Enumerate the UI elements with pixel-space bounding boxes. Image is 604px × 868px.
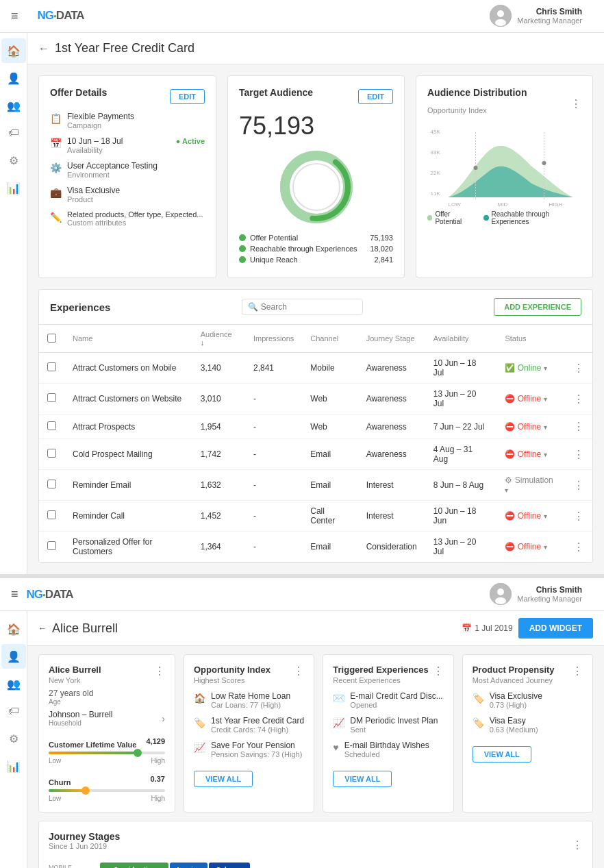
sidebar-settings-icon[interactable]: ⚙ <box>1 148 26 173</box>
row-checkbox-1[interactable] <box>47 393 56 402</box>
row-checkbox-2[interactable] <box>47 421 56 430</box>
opportunity-index-card: Opportunity Index Highest Scores ⋮ 🏠 Low… <box>184 654 314 813</box>
search-input[interactable] <box>261 302 357 312</box>
row-checkbox-3[interactable] <box>47 449 56 458</box>
sidebar2-person-icon[interactable]: 👤 <box>1 644 26 669</box>
row-name-5: Reminder Call <box>64 501 192 532</box>
clv-slider-thumb[interactable] <box>134 749 142 757</box>
churn-slider-fill <box>49 789 84 792</box>
row-avail-1: 13 Jun – 20 Jul <box>425 384 497 414</box>
person-age: 27 years old Age <box>49 689 165 706</box>
row-audience-5: 1,452 <box>192 501 245 532</box>
row-stage-3: Awareness <box>358 439 425 470</box>
legend-dot-1 <box>427 215 432 221</box>
sidebar2-chart-icon[interactable]: 📊 <box>1 754 26 778</box>
status-chevron-6[interactable]: ▾ <box>544 543 547 551</box>
prop-item-1: 🏷️ Visa Easy 0.63 (Medium) <box>473 716 583 734</box>
sidebar-chart-icon[interactable]: 📊 <box>1 175 26 200</box>
metric-val-1: 75,193 <box>370 234 393 242</box>
col-journey: Journey Stage <box>358 325 425 353</box>
row-channel-6: Email <box>302 532 357 562</box>
offer-custom-sub: Custom attributes <box>67 219 203 227</box>
row-more-5[interactable]: ⋮ <box>573 510 584 522</box>
household-arrow-icon[interactable]: › <box>162 713 165 724</box>
hamburger-icon-2[interactable]: ≡ <box>11 587 18 602</box>
opp-item-0: 🏠 Low Rate Home Loan Car Loans: 77 (High… <box>194 691 304 709</box>
sidebar-tag-icon[interactable]: 🏷 <box>1 121 26 145</box>
status-chevron-1[interactable]: ▾ <box>544 395 547 403</box>
experiences-section: Experiences 🔍 ADD EXPERIENCE Name <box>38 289 593 563</box>
person-more-icon[interactable]: ⋮ <box>154 665 165 678</box>
status-chevron-3[interactable]: ▾ <box>544 451 547 458</box>
target-number: 75,193 <box>239 112 393 140</box>
sidebar2-group-icon[interactable]: 👥 <box>1 671 26 696</box>
metric-val-2: 18,020 <box>370 245 393 253</box>
row-checkbox-0[interactable] <box>47 362 56 371</box>
prop-item-0-title: Visa Exclusive <box>490 691 542 701</box>
back-arrow-2[interactable]: ← <box>38 623 47 633</box>
status-chevron-2[interactable]: ▾ <box>544 423 547 431</box>
sidebar-group-icon[interactable]: 👥 <box>1 93 26 118</box>
row-stage-5: Interest <box>358 501 425 532</box>
table-row: Attract Customers on Mobile 3,140 2,841 … <box>39 353 592 384</box>
select-all-checkbox[interactable] <box>47 334 56 343</box>
profile-cards: Alice Burrell New York ⋮ 27 years old Ag… <box>27 646 604 821</box>
clv-high: High <box>151 757 165 765</box>
sidebar-home-icon[interactable]: 🏠 <box>1 38 26 63</box>
triggered-view-all-btn[interactable]: VIEW ALL <box>333 771 392 787</box>
row-more-3[interactable]: ⋮ <box>573 449 584 460</box>
row-more-0[interactable]: ⋮ <box>573 362 584 374</box>
metric-offer-potential: Offer Potential 75,193 <box>239 234 393 242</box>
add-widget-btn[interactable]: ADD WIDGET <box>518 618 593 638</box>
sidebar-person-icon[interactable]: 👤 <box>1 66 26 90</box>
page-title-2: Alice Burrell <box>52 621 456 636</box>
propensity-more-icon[interactable]: ⋮ <box>572 665 583 678</box>
churn-value: 0.37 <box>151 775 165 783</box>
metric-dot-1 <box>239 234 246 241</box>
propensity-view-all-btn[interactable]: VIEW ALL <box>473 746 531 762</box>
triggered-more-icon[interactable]: ⋮ <box>433 665 444 678</box>
row-checkbox-4[interactable] <box>47 480 56 488</box>
date-text: 1 Jul 2019 <box>475 623 512 633</box>
sidebar2-settings-icon[interactable]: ⚙ <box>1 726 26 751</box>
offer-flexible-label: Flexible Payments <box>67 112 134 121</box>
offer-details-header: Offer Details EDIT <box>50 87 205 106</box>
svg-point-13 <box>474 166 478 170</box>
triggered-item-1-title: DM Periodic Invest Plan <box>350 716 438 726</box>
audience-dist-more[interactable]: ⋮ <box>570 97 581 110</box>
offer-details-title: Offer Details <box>50 87 107 98</box>
row-checkbox-5[interactable] <box>47 510 56 519</box>
status-chevron-4[interactable]: ▾ <box>505 486 508 494</box>
back-arrow-1[interactable]: ← <box>38 42 49 55</box>
opp-item-1-score: Credit Cards: 74 (High) <box>211 726 304 734</box>
offer-date-label: 10 Jun – 18 Jul <box>67 136 123 146</box>
churn-slider-thumb[interactable] <box>81 786 90 795</box>
journey-more-icon[interactable]: ⋮ <box>572 839 583 852</box>
row-checkbox-6[interactable] <box>47 541 56 550</box>
row-more-2[interactable]: ⋮ <box>573 421 584 432</box>
sidebar2-home-icon[interactable]: 🏠 <box>1 617 26 641</box>
row-more-6[interactable]: ⋮ <box>573 541 584 553</box>
user-info-2: Chris Smith Marketing Manager <box>517 585 582 603</box>
app-layout-1: 🏠 👤 👥 🏷 ⚙ 📊 ← 1st Year Free Credit Card … <box>0 33 604 574</box>
row-more-4[interactable]: ⋮ <box>573 480 584 491</box>
user-section-2: Chris Smith Marketing Manager <box>479 578 593 611</box>
audience-sort-icon[interactable]: ↓ <box>201 338 205 347</box>
row-status-0: ✅ Online ▾ <box>496 353 565 384</box>
target-edit-btn[interactable]: EDIT <box>358 89 393 104</box>
section2: ≡ NG●DATA Chris Smith Marketing Manager … <box>0 574 604 868</box>
clv-slider-track <box>49 752 165 754</box>
opp-view-all-btn[interactable]: VIEW ALL <box>194 771 253 787</box>
status-chevron-0[interactable]: ▾ <box>544 364 547 372</box>
sidebar2-tag-icon[interactable]: 🏷 <box>1 699 26 723</box>
row-more-1[interactable]: ⋮ <box>573 393 584 405</box>
offer-cal-icon: 📅 <box>50 138 62 149</box>
triggered-item-0-sub: Opened <box>350 701 442 709</box>
opp-more-icon[interactable]: ⋮ <box>293 665 304 678</box>
hamburger-icon-1[interactable]: ≡ <box>11 9 18 23</box>
add-experience-btn[interactable]: ADD EXPERIENCE <box>494 298 581 316</box>
offer-item-1: 📅 10 Jun – 18 Jul ● Active Availability <box>50 136 205 154</box>
search-box[interactable]: 🔍 <box>242 299 363 315</box>
offer-edit-btn[interactable]: EDIT <box>170 89 205 104</box>
status-chevron-5[interactable]: ▾ <box>544 512 547 520</box>
